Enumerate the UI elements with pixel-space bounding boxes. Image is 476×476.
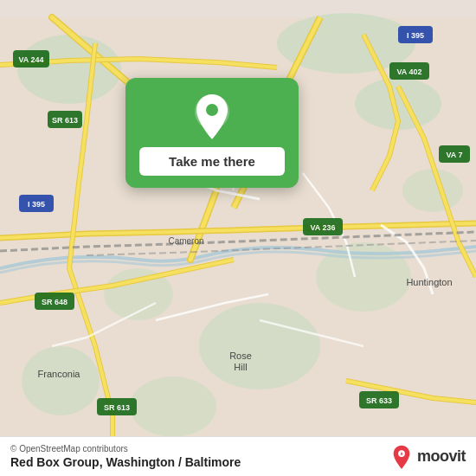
svg-point-36 — [206, 104, 218, 116]
moovit-logo: moovit — [389, 445, 466, 469]
svg-text:Cameron: Cameron — [168, 236, 203, 246]
moovit-brand-text: moovit — [417, 447, 466, 466]
take-me-there-button[interactable]: Take me there — [139, 147, 285, 176]
svg-point-4 — [199, 303, 320, 389]
svg-point-7 — [402, 169, 463, 212]
bottom-bar: © OpenStreetMap contributors Red Box Gro… — [0, 436, 476, 476]
location-card: Take me there — [125, 78, 299, 188]
svg-point-8 — [130, 376, 216, 437]
moovit-pin-icon — [389, 445, 414, 469]
svg-text:SR 613: SR 613 — [52, 116, 78, 125]
bottom-left-info: © OpenStreetMap contributors Red Box Gro… — [10, 444, 241, 469]
svg-text:I 395: I 395 — [28, 200, 45, 209]
svg-text:Franconia: Franconia — [38, 369, 81, 379]
svg-text:VA 236: VA 236 — [310, 223, 335, 232]
location-pin-icon — [190, 93, 235, 138]
svg-point-1 — [17, 35, 121, 104]
svg-point-9 — [22, 346, 100, 415]
svg-text:Rose: Rose — [229, 351, 252, 361]
map-container: VA 244 SR 613 I 395 I 395 VA 402 VA 7 SR… — [0, 0, 476, 476]
svg-text:I 395: I 395 — [407, 31, 424, 40]
svg-text:SR 633: SR 633 — [366, 396, 392, 405]
location-title: Red Box Group, Washington / Baltimore — [10, 455, 241, 469]
map-background: VA 244 SR 613 I 395 I 395 VA 402 VA 7 SR… — [0, 0, 476, 476]
svg-text:SR 648: SR 648 — [42, 298, 68, 306]
svg-text:VA 7: VA 7 — [446, 151, 462, 159]
copyright-text: © OpenStreetMap contributors — [10, 444, 241, 453]
svg-text:VA 402: VA 402 — [396, 68, 421, 76]
svg-text:SR 613: SR 613 — [104, 403, 130, 412]
svg-text:Huntington: Huntington — [406, 277, 452, 287]
svg-text:Hill: Hill — [234, 362, 247, 372]
svg-text:VA 244: VA 244 — [18, 55, 43, 64]
